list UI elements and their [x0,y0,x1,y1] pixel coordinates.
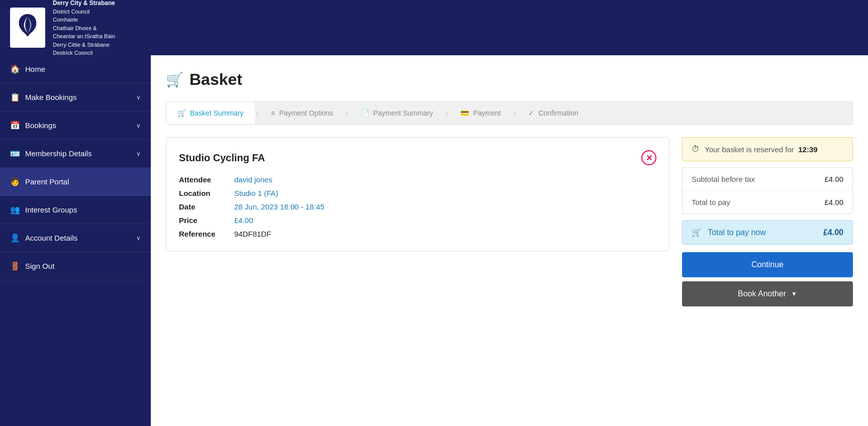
steps-breadcrumb: 🛒 Basket Summary › ≡ Payment Options › 📄… [166,101,853,125]
total-row: Total to pay £4.00 [683,191,852,214]
main-content: 🛒 Basket 🛒 Basket Summary › ≡ Payment Op… [151,55,868,426]
calendar-icon: 📅 [10,121,19,130]
total-value: £4.00 [824,198,843,206]
total-pay-now-value: £4.00 [823,228,843,237]
sidebar-item-make-bookings[interactable]: 📋 Make Bookings ∨ [0,83,151,112]
booking-details: Attendee david jones Location Studio 1 (… [179,175,656,238]
table-row: Reference 94DF81DF [179,230,656,238]
timer-box: ⏱ Your basket is reserved for 12:39 [682,137,853,161]
attendee-label: Attendee [179,175,234,184]
step-payment[interactable]: 💳 Payment [449,102,512,124]
chevron-down-icon: ∨ [136,94,141,101]
book-another-button[interactable]: Book Another ▼ [682,281,853,306]
subtotal-value: £4.00 [824,175,843,183]
timer-text: Your basket is reserved for 12:39 [705,145,818,154]
table-row: Date 28 Jun, 2023 18:00 - 18:45 [179,202,656,211]
location-label: Location [179,189,234,197]
sidebar-item-label: Sign Out [25,262,54,270]
sidebar: 🏠 Home 📋 Make Bookings ∨ 📅 Bookings ∨ 🪪 … [0,55,151,426]
reference-label: Reference [179,230,234,238]
content-columns: Studio Cycling FA ✕ Attendee david jones… [166,137,853,306]
step-separator-3: › [444,102,450,124]
booking-name: Studio Cycling FA [179,152,265,164]
total-pay-now-box: 🛒 Total to pay now £4.00 [682,220,853,245]
book-another-label: Book Another [738,289,786,298]
chevron-down-icon: ∨ [136,235,141,242]
dropdown-arrow-icon: ▼ [791,290,797,297]
sidebar-item-label: Interest Groups [25,205,77,214]
summary-panel: ⏱ Your basket is reserved for 12:39 Subt… [682,137,853,306]
step-separator-2: › [344,102,350,124]
remove-booking-button[interactable]: ✕ [641,150,656,165]
sidebar-item-account-details[interactable]: 👤 Account Details ∨ [0,224,151,252]
attendee-value: david jones [234,175,272,184]
sidebar-item-label: Account Details [25,234,77,242]
sidebar-item-label: Membership Details [25,149,92,158]
total-label: Total to pay [692,198,730,206]
subtotal-label: Subtotal before tax [692,175,755,183]
chevron-down-icon: ∨ [136,122,141,129]
booking-card-header: Studio Cycling FA ✕ [179,150,656,165]
sidebar-item-home[interactable]: 🏠 Home [0,55,151,83]
timer-icon: ⏱ [692,145,700,154]
step-confirmation[interactable]: ✓ Confirmation [517,102,589,124]
step-separator-4: › [512,102,517,124]
subtotal-row: Subtotal before tax £4.00 [683,168,852,191]
groups-icon: 👥 [10,205,19,215]
payment-step-icon: 💳 [460,109,469,117]
sidebar-item-label: Parent Portal [25,177,69,186]
timer-value: 12:39 [798,145,817,154]
account-icon: 👤 [10,233,19,243]
step-separator-1: › [255,102,260,124]
sidebar-item-label: Make Bookings [25,93,77,101]
cart-icon: 🛒 [692,228,702,237]
sidebar-item-interest-groups[interactable]: 👥 Interest Groups [0,196,151,224]
location-value: Studio 1 (FA) [234,189,278,197]
date-value: 28 Jun, 2023 18:00 - 18:45 [234,202,324,211]
booking-card: Studio Cycling FA ✕ Attendee david jones… [166,137,669,251]
basket-title-icon: 🛒 [166,71,183,88]
bookings-icon: 📋 [10,92,19,102]
table-row: Attendee david jones [179,175,656,184]
logo-icon [10,8,45,48]
sign-out-icon: 🚪 [10,261,19,271]
reference-value: 94DF81DF [234,230,271,238]
logo-text: Derry City & Strabane District Council C… [53,0,115,57]
sidebar-item-sign-out[interactable]: 🚪 Sign Out [0,252,151,280]
table-row: Price £4.00 [179,216,656,225]
price-box: Subtotal before tax £4.00 Total to pay £… [682,167,853,214]
price-label: Price [179,216,234,225]
step-payment-summary[interactable]: 📄 Payment Summary [350,102,444,124]
sidebar-item-parent-portal[interactable]: 🧑 Parent Portal [0,168,151,196]
continue-button[interactable]: Continue [682,252,853,277]
basket-step-icon: 🛒 [177,109,186,117]
home-icon: 🏠 [10,64,19,74]
logo-area: Derry City & Strabane District Council C… [10,0,115,57]
header: Derry City & Strabane District Council C… [0,0,868,55]
sidebar-item-label: Home [25,65,45,73]
payment-summary-step-icon: 📄 [361,109,369,117]
parent-portal-icon: 🧑 [10,177,19,186]
sidebar-item-membership[interactable]: 🪪 Membership Details ∨ [0,140,151,168]
price-value: £4.00 [234,216,253,225]
chevron-down-icon: ∨ [136,150,141,157]
date-label: Date [179,202,234,211]
step-basket-summary[interactable]: 🛒 Basket Summary [166,102,255,124]
total-pay-now-left: 🛒 Total to pay now [692,228,766,237]
page-title: 🛒 Basket [166,70,853,89]
sidebar-item-bookings[interactable]: 📅 Bookings ∨ [0,112,151,140]
payment-options-step-icon: ≡ [271,109,275,117]
confirmation-step-icon: ✓ [528,109,534,117]
sidebar-item-label: Bookings [25,121,56,130]
step-payment-options[interactable]: ≡ Payment Options [260,102,344,124]
table-row: Location Studio 1 (FA) [179,189,656,197]
membership-icon: 🪪 [10,149,19,158]
